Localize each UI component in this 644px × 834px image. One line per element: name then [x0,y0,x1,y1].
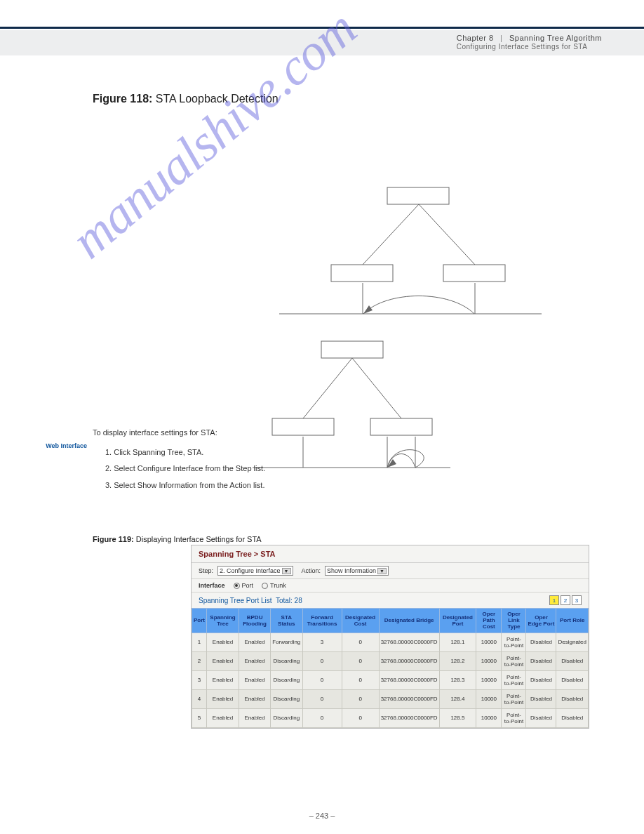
table-cell: 32768.00000C0000FD [379,708,439,727]
port-table: Port Spanning Tree BPDU Flooding STA Sta… [192,608,589,728]
th-dcost: Designated Cost [342,609,379,633]
table-cell: Designated [556,633,589,651]
table-cell: Point-to-Point [502,651,526,670]
table-row: 1EnabledEnabledForwarding3032768.00000C0… [192,633,589,651]
page-1[interactable]: 1 [549,595,559,605]
th-fwd: Forward Transitions [302,609,342,633]
table-cell: 10000 [476,708,502,727]
table-cell: Disabled [556,651,589,670]
fig119-text: Displaying Interface Settings for STA [136,535,262,543]
table-cell: 10000 [476,670,502,689]
breadcrumb-text: Spanning Tree > STA [199,550,276,558]
th-oedge: Oper Edge Port [526,609,556,633]
radio-trunk-label: Trunk [270,582,286,589]
th-spanning: Spanning Tree [207,609,239,633]
table-cell: Enabled [239,670,271,689]
svg-rect-6 [387,187,449,204]
table-cell: Enabled [239,708,271,727]
th-opath: Oper Path Cost [476,609,502,633]
th-role: Port Role [556,609,589,633]
radio-port-label: Port [242,582,254,589]
table-cell: 3 [302,633,342,651]
table-cell: Discarding [271,708,302,727]
table-cell: Enabled [239,651,271,670]
table-cell: Enabled [207,633,239,651]
table-cell: 128.1 [439,633,476,651]
interface-row: Interface Port Trunk [192,579,589,593]
radio-icon [262,583,268,589]
breadcrumb: Spanning Tree > STA [192,545,589,563]
screenshot-panel: Spanning Tree > STA Step: 2. Configure I… [191,545,589,729]
table-cell: Disabled [526,689,556,708]
action-select[interactable]: Show Information ▼ [325,566,389,576]
th-port: Port [192,609,207,633]
step-select[interactable]: 2. Configure Interface ▼ [217,566,293,576]
table-cell: Disabled [556,708,589,727]
table-cell: Disabled [556,689,589,708]
table-cell: 10000 [476,651,502,670]
page-2[interactable]: 2 [561,595,570,605]
table-header-row: Port Spanning Tree BPDU Flooding STA Sta… [192,609,589,633]
chapter-title: Spanning Tree Algorithm [509,34,602,42]
table-cell: Forwarding [271,633,302,651]
web-interface-label: Web Interface [46,442,87,449]
table-cell: 0 [302,708,342,727]
radio-icon [234,583,240,589]
table-cell: 32768.00000C0000FD [379,633,439,651]
interface-label: Interface [199,582,225,589]
table-cell: Disabled [526,633,556,651]
table-cell: 0 [302,651,342,670]
table-cell: Enabled [207,708,239,727]
radio-trunk[interactable]: Trunk [262,582,286,589]
list-header: Spanning Tree Port List Total: 28 1 2 3 [192,593,589,608]
table-row: 5EnabledEnabledDiscarding0032768.00000C0… [192,708,589,727]
step3: 3. Select Show Information from the Acti… [93,479,549,492]
table-cell: 0 [302,670,342,689]
table-cell: 0 [342,633,379,651]
diagram-2 [93,256,549,550]
chevron-down-icon: ▼ [377,568,387,574]
table-cell: 2 [192,651,207,670]
table-cell: Disabled [526,670,556,689]
table-cell: 5 [192,708,207,727]
th-olink: Oper Link Type [502,609,526,633]
th-bpdu: BPDU Flooding [239,609,271,633]
chapter-label: Chapter 8 [457,34,494,42]
th-dport: Designated Port [439,609,476,633]
top-rule [0,27,644,29]
table-cell: 128.5 [439,708,476,727]
figure-119-caption: Figure 119: Displaying Interface Setting… [93,535,262,543]
table-cell: 128.2 [439,651,476,670]
svg-line-11 [352,358,401,418]
table-cell: 4 [192,689,207,708]
step-label: Step: [199,567,213,574]
table-cell: Disabled [526,708,556,727]
chapter-subtitle: Configuring Interface Settings for STA [457,43,588,51]
table-cell: Discarding [271,689,302,708]
table-cell: Point-to-Point [502,633,526,651]
table-cell: Disabled [556,670,589,689]
table-cell: 32768.00000C0000FD [379,651,439,670]
table-cell: Point-to-Point [502,670,526,689]
list-total: Total: 28 [276,597,302,604]
table-cell: Discarding [271,670,302,689]
table-cell: Discarding [271,651,302,670]
radio-port[interactable]: Port [234,582,254,589]
page-3[interactable]: 3 [572,595,582,605]
th-dbridge: Designated Bridge [379,609,439,633]
step-select-value: 2. Configure Interface [220,567,281,574]
table-cell: 128.3 [439,670,476,689]
page-header: Chapter 8 | Spanning Tree Algorithm Conf… [457,34,602,51]
svg-line-10 [303,358,352,418]
table-cell: 128.4 [439,689,476,708]
th-sta: STA Status [271,609,302,633]
svg-rect-16 [321,341,383,358]
fig119-number: Figure 119: [93,535,134,543]
table-cell: 32768.00000C0000FD [379,689,439,708]
table-cell: 0 [342,651,379,670]
chevron-down-icon: ▼ [282,568,291,574]
action-label: Action: [302,567,321,574]
header-separator: | [500,34,502,42]
page-number: – 243 – [309,812,335,820]
list-title: Spanning Tree Port List [199,597,272,604]
